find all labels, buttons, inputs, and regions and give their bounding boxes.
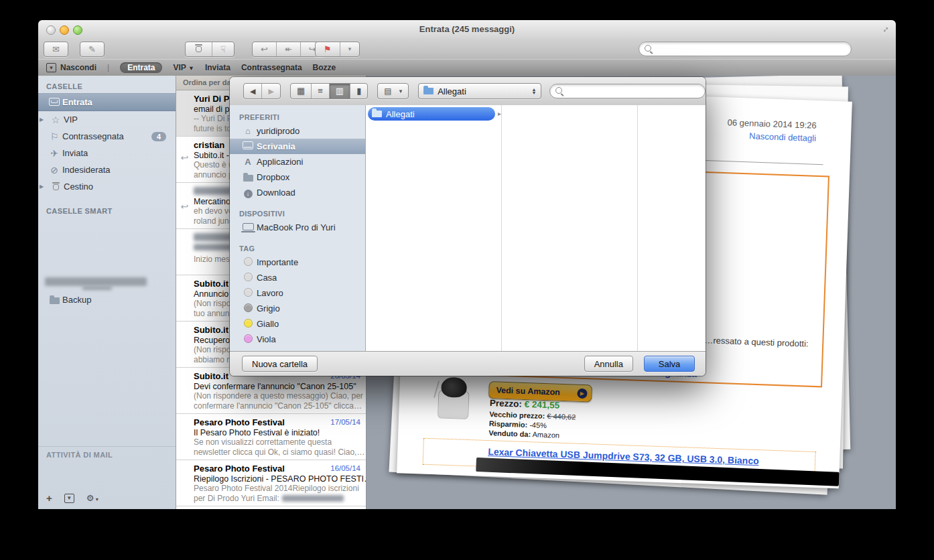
favbar-inviata[interactable]: Inviata xyxy=(205,63,230,72)
tag-giallo[interactable]: Giallo xyxy=(230,316,365,332)
action-menu-button[interactable]: ⚙ ▾ xyxy=(86,493,98,503)
laptop-icon xyxy=(239,222,257,232)
file-columns: Allegati ▸ xyxy=(366,105,706,352)
sidebar-item-dropbox[interactable]: Dropbox xyxy=(230,169,365,185)
flag-menu-button[interactable]: ▾ xyxy=(340,42,360,56)
message-row[interactable]: 16/05/14 Pesaro Photo Festival Riepilogo… xyxy=(176,460,366,506)
count-badge: 4 xyxy=(151,132,166,141)
subject: Riepilogo Iscrizioni - PESARO PHOTO FEST… xyxy=(194,474,360,484)
location-label: Allegati xyxy=(438,86,466,96)
tag-importante[interactable]: Importante xyxy=(230,255,365,270)
reply-all-button[interactable]: ↞ xyxy=(277,42,301,56)
divider xyxy=(38,446,176,447)
folder-icon xyxy=(46,295,62,305)
preview: per Di Prodo Yuri Email: xyxy=(194,494,360,504)
favbar-entrata[interactable]: Entrata xyxy=(120,62,162,73)
location-popup[interactable]: Allegati ▲▼ xyxy=(418,83,541,99)
tag-grigio[interactable]: Grigio xyxy=(230,301,365,316)
redacted-smart-mailbox[interactable] xyxy=(45,277,147,286)
home-icon: ⌂ xyxy=(239,126,257,136)
paper-plane-icon: ✈ xyxy=(46,148,62,159)
sidebar-item-cestino[interactable]: ▶ Cestino xyxy=(38,178,176,195)
preview: Pesaro Photo Festival 2014Riepilogo iscr… xyxy=(194,484,360,494)
item-label: Cestino xyxy=(64,182,93,192)
sidebar-item-inviata[interactable]: ✈ Inviata xyxy=(38,145,176,161)
favbar-contrassegnata[interactable]: Contrassegnata xyxy=(241,63,302,72)
hide-favorites-button[interactable]: ▼ Nascondi xyxy=(46,63,96,72)
item-label: Indesiderata xyxy=(62,165,111,175)
caselle-header: CASELLE xyxy=(38,76,176,93)
popup-arrows-icon: ▲▼ xyxy=(532,88,537,94)
tag-viola[interactable]: Viola xyxy=(230,332,365,347)
arrange-menu[interactable]: ▤ ▾ xyxy=(377,83,409,99)
item-label: Dropbox xyxy=(257,172,289,182)
junk-button[interactable]: ☟ xyxy=(212,42,234,56)
item-label: Inviata xyxy=(62,148,88,158)
compose-button[interactable]: ✎ xyxy=(80,42,105,57)
envelope-icon: ✉ xyxy=(44,42,68,56)
tag-dot-icon xyxy=(239,257,257,268)
disclosure-icon[interactable]: ▶ xyxy=(40,184,48,190)
dialog-search-input[interactable] xyxy=(549,84,706,98)
folder-icon xyxy=(239,172,257,182)
message-row[interactable]: 17/05/14 Pesaro Photo Festival Il Pesaro… xyxy=(176,414,366,460)
mail-search-input[interactable] xyxy=(639,42,852,56)
tag-casa[interactable]: Casa xyxy=(230,270,365,285)
favbar-bozze[interactable]: Bozze xyxy=(313,63,336,72)
tag-header: TAG xyxy=(230,239,365,255)
mailbox-sidebar: CASELLE Entrata ▶ ☆ VIP ⚐ Contrassegnata… xyxy=(38,76,176,509)
sidebar-item-macbook[interactable]: MacBook Pro di Yuri xyxy=(230,220,365,235)
save-button[interactable]: Salva xyxy=(644,356,695,372)
disclosure-icon[interactable]: ▶ xyxy=(40,117,48,123)
applications-icon: A xyxy=(239,157,257,167)
sidebar-item-download[interactable]: ↓ Download xyxy=(230,185,365,200)
favorites-bar: ▼ Nascondi | Entrata VIP ▼ Inviata Contr… xyxy=(38,59,896,76)
tag-lavoro[interactable]: Lavoro xyxy=(230,285,365,301)
tag-dot-icon xyxy=(239,273,257,283)
show-activity-button[interactable]: ▼ xyxy=(64,494,74,503)
item-label: Grigio xyxy=(257,303,280,313)
item-label: Contrassegnata xyxy=(62,131,124,141)
delete-button[interactable] xyxy=(186,42,212,56)
chevron-down-icon: ▼ xyxy=(188,65,194,72)
product-image-camera xyxy=(436,376,472,419)
amazon-button-label: Vedi su Amazon xyxy=(489,385,577,398)
forward-button[interactable]: ▶ xyxy=(262,84,279,98)
sidebar-item-scrivania[interactable]: Scrivania xyxy=(230,139,365,154)
folder-icon xyxy=(423,88,433,94)
get-mail-button[interactable]: ✉ xyxy=(44,42,68,57)
column-divider[interactable] xyxy=(637,105,638,352)
reply-button[interactable]: ↩ xyxy=(253,42,277,56)
back-button[interactable]: ◀ xyxy=(244,84,262,98)
item-label: VIP xyxy=(64,115,78,125)
price-line: Prezzo: € 241,55 xyxy=(490,398,560,411)
selected-folder-allegati[interactable]: Allegati xyxy=(368,107,495,121)
folder-label: Allegati xyxy=(386,109,415,119)
item-label: yuridiprodo xyxy=(257,126,299,136)
list-view-button[interactable]: ≡ xyxy=(312,84,330,98)
favbar-vip[interactable]: VIP ▼ xyxy=(173,63,194,72)
cancel-button[interactable]: Annulla xyxy=(584,356,633,372)
folder-icon xyxy=(372,111,382,117)
flag-group: ⚑ ▾ xyxy=(315,42,360,57)
hide-details-link[interactable]: Nascondi dettagli xyxy=(749,131,816,143)
column-view-button[interactable]: ▥ xyxy=(330,84,350,98)
flag-icon[interactable]: ⚑ xyxy=(316,42,340,56)
preferiti-header: PREFERITI xyxy=(230,108,365,123)
sidebar-item-indesiderata[interactable]: ⊘ Indesiderata xyxy=(38,161,176,178)
add-mailbox-button[interactable]: + xyxy=(46,492,52,504)
delete-junk-group: ☟ xyxy=(185,42,235,57)
icon-view-button[interactable]: ▦ xyxy=(291,84,312,98)
sidebar-item-applicazioni[interactable]: A Applicazioni xyxy=(230,154,365,169)
email-date: 06 gennaio 2014 19:26 xyxy=(727,117,816,131)
hide-label: Nascondi xyxy=(60,63,96,72)
sidebar-item-backup[interactable]: Backup xyxy=(38,291,176,308)
sidebar-item-contrassegnata[interactable]: ⚐ Contrassegnata 4 xyxy=(38,128,176,145)
column-divider[interactable] xyxy=(501,105,502,352)
coverflow-view-button[interactable]: ▮ xyxy=(350,84,367,98)
preview: (Non rispondere a questo messaggio) Ciao… xyxy=(194,391,360,401)
sidebar-item-yuridiprodo[interactable]: ⌂ yuridiprodo xyxy=(230,123,365,139)
sidebar-item-vip[interactable]: ▶ ☆ VIP xyxy=(38,111,176,128)
new-folder-button[interactable]: Nuova cartella xyxy=(242,356,318,372)
sidebar-item-entrata[interactable]: Entrata xyxy=(38,93,176,111)
